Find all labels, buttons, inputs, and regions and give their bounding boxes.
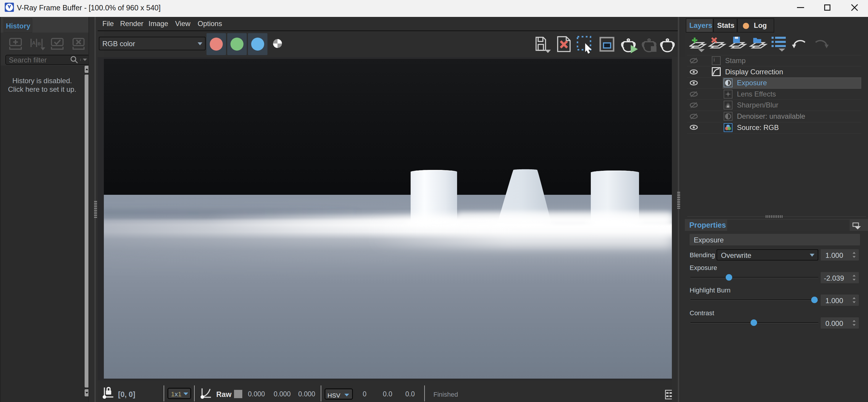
svg-text:A: A — [32, 40, 35, 46]
svg-text:B: B — [38, 41, 41, 46]
